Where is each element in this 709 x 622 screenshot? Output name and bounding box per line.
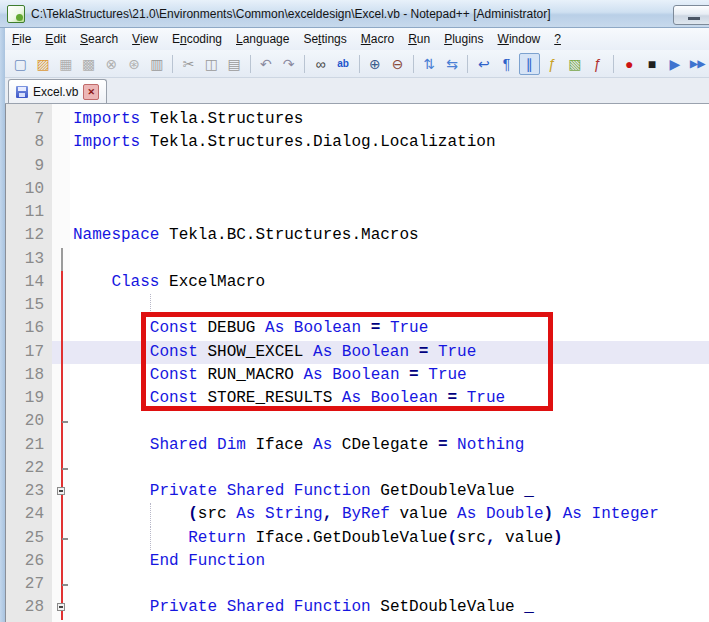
menu-search[interactable]: Search (73, 30, 125, 48)
fold-margin-cell (52, 131, 70, 154)
menu-window[interactable]: Window (491, 30, 548, 48)
sync-vertical-scroll-icon[interactable]: ⇅ (419, 53, 440, 75)
menu-language[interactable]: Language (229, 30, 296, 48)
code-operator: ) (544, 505, 554, 523)
code-line-text[interactable]: Imports Tekla.Structures (70, 108, 709, 131)
menu-macro[interactable]: Macro (354, 30, 401, 48)
menu-bar: FileEditSearchViewEncodingLanguageSettin… (5, 28, 709, 50)
indent-guide-icon[interactable]: ∥ (519, 53, 540, 75)
code-keyword: As (236, 505, 255, 523)
macro-run-multiple-icon[interactable]: ▶▶ (687, 53, 708, 75)
toolbar-separator (304, 55, 305, 73)
zoom-out-icon[interactable]: ⊖ (387, 53, 408, 75)
save-icon[interactable]: ▦ (56, 53, 77, 75)
open-file-icon[interactable]: ▨ (33, 53, 54, 75)
code-line-text[interactable] (70, 573, 709, 596)
code-line-text[interactable]: Class ExcelMacro (70, 271, 709, 294)
code-operator: ( (447, 529, 457, 547)
fold-margin-cell (52, 317, 70, 340)
menu-file[interactable]: File (5, 30, 38, 48)
code-line-text[interactable] (70, 155, 709, 178)
line-number: 20 (6, 410, 52, 433)
fold-margin-cell (52, 248, 70, 271)
cut-icon[interactable]: ✂ (178, 53, 199, 75)
line-number: 7 (6, 108, 52, 131)
new-file-icon[interactable]: ▢ (10, 53, 31, 75)
redo-icon[interactable]: ↷ (278, 53, 299, 75)
fold-margin-cell (52, 108, 70, 131)
word-wrap-icon[interactable]: ↩ (473, 53, 494, 75)
code-keyword: Double (486, 505, 544, 523)
fold-collapse-icon[interactable] (57, 487, 65, 495)
code-text: GetDoubleValue (371, 482, 525, 500)
menu-encoding[interactable]: Encoding (165, 30, 229, 48)
function-calltip-icon[interactable]: ƒ (542, 53, 563, 75)
line-number: 18 (6, 364, 52, 387)
code-text (73, 598, 150, 616)
toolbar-separator (413, 55, 414, 73)
line-number: 27 (6, 573, 52, 596)
close-file-icon[interactable]: ⊗ (101, 53, 122, 75)
zoom-in-icon[interactable]: ⊕ (364, 53, 385, 75)
macro-record-icon[interactable]: ● (619, 53, 640, 75)
macro-play-icon[interactable]: ▶ (664, 53, 685, 75)
highlight-rectangle (141, 312, 553, 411)
code-line-text[interactable]: Private Shared Function SetDoubleValue _ (70, 596, 709, 619)
undo-icon[interactable]: ↶ (256, 53, 277, 75)
window-title: C:\TeklaStructures\21.0\Environments\Com… (31, 7, 551, 21)
replace-icon[interactable]: ab (333, 53, 354, 75)
fold-tick (62, 468, 68, 470)
macro-stop-icon[interactable]: ■ (642, 53, 663, 75)
code-line-text[interactable]: Return Iface.GetDoubleValue(src, value) (70, 527, 709, 550)
save-all-icon[interactable]: ▩ (78, 53, 99, 75)
menu-settings[interactable]: Settings (296, 30, 353, 48)
code-line: 27 (6, 573, 709, 596)
menu-edit[interactable]: Edit (38, 30, 73, 48)
code-line-text[interactable]: Shared Dim Iface As CDelegate = Nothing (70, 434, 709, 457)
code-line-text[interactable]: Private Shared Function GetDoubleValue _ (70, 480, 709, 503)
menu-view[interactable]: View (125, 30, 165, 48)
menu-help[interactable]: ? (547, 30, 568, 48)
code-operator: ) (553, 529, 563, 547)
close-all-icon[interactable]: ⊛ (124, 53, 145, 75)
document-map-icon[interactable]: ▧ (564, 53, 585, 75)
code-editor[interactable]: 7Imports Tekla.Structures8Imports Tekla.… (5, 104, 709, 622)
saved-file-icon (16, 86, 28, 98)
line-number: 14 (6, 271, 52, 294)
fold-collapse-icon[interactable] (57, 603, 65, 611)
code-line-text[interactable]: End Function (70, 550, 709, 573)
code-line-text[interactable]: (src As String, ByRef value As Double) A… (70, 503, 709, 526)
paste-icon[interactable]: ▤ (224, 53, 245, 75)
code-line-text[interactable] (70, 410, 709, 433)
code-text (73, 319, 150, 337)
function-list-icon[interactable]: ƒ (587, 53, 608, 75)
code-line-text[interactable] (70, 457, 709, 480)
tab-excel-vb[interactable]: Excel.vb ✕ (8, 79, 107, 103)
code-line-text[interactable] (70, 201, 709, 224)
menu-run[interactable]: Run (401, 30, 437, 48)
menu-plugins[interactable]: Plugins (437, 30, 490, 48)
show-all-characters-icon[interactable]: ¶ (496, 53, 517, 75)
fold-margin-cell (52, 201, 70, 224)
find-icon[interactable]: ∞ (310, 53, 331, 75)
code-keyword: Imports (73, 133, 140, 151)
tab-close-icon[interactable]: ✕ (83, 84, 99, 100)
print-icon[interactable]: ▥ (147, 53, 168, 75)
line-number: 25 (6, 527, 52, 550)
sync-horizontal-scroll-icon[interactable]: ⇆ (442, 53, 463, 75)
code-text (448, 436, 458, 454)
code-text (217, 482, 227, 500)
fold-margin-cell (52, 573, 70, 596)
code-line-text[interactable]: Imports Tekla.Structures.Dialog.Localiza… (70, 131, 709, 154)
fold-margin-cell (52, 503, 70, 526)
title-bar: C:\TeklaStructures\21.0\Environments\Com… (0, 0, 709, 28)
code-line-text[interactable] (70, 178, 709, 201)
code-text: Tekla.BC.Structures.Macros (159, 226, 418, 244)
code-keyword: As (313, 436, 332, 454)
code-line-text[interactable] (70, 248, 709, 271)
minimize-button[interactable] (673, 5, 709, 25)
code-text: Tekla.Structures.Dialog.Localization (140, 133, 495, 151)
copy-icon[interactable]: ◫ (201, 53, 222, 75)
code-operator: , (323, 505, 333, 523)
code-line-text[interactable]: Namespace Tekla.BC.Structures.Macros (70, 224, 709, 247)
